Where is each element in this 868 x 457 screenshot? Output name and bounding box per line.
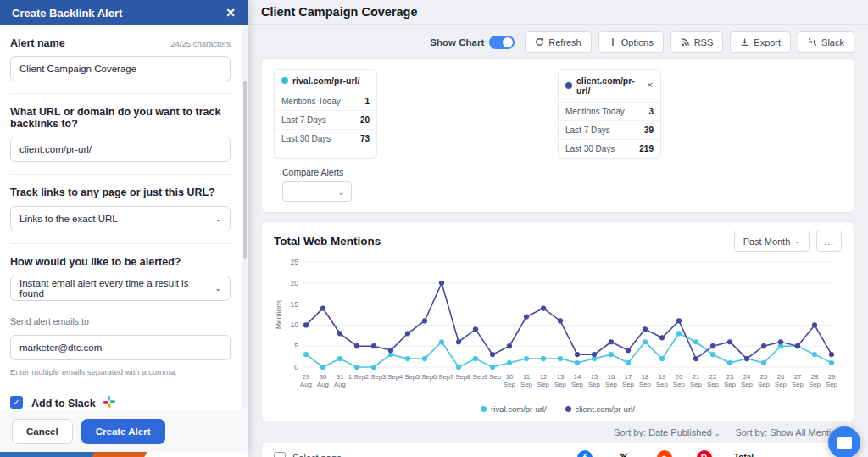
svg-text:7 Sep: 7 Sep [450,373,468,381]
options-button[interactable]: Options [598,31,664,53]
svg-text:11Sep: 11Sep [520,373,533,388]
svg-text:9 Sep: 9 Sep [484,373,502,381]
svg-text:25Sep: 25Sep [758,373,771,388]
cancel-button[interactable]: Cancel [12,419,73,444]
date-range-select[interactable]: Past Month ⌄ [734,231,810,252]
alert-name-input[interactable] [10,56,231,81]
list-header: Select page f 𝕏 ☻ P Total [262,443,854,457]
alert-email-input[interactable] [10,335,231,360]
svg-text:31Aug: 31Aug [334,373,346,388]
svg-text:13Sep: 13Sep [554,373,567,388]
svg-text:23Sep: 23Sep [724,373,737,388]
rival-dot-icon [281,77,288,84]
show-chart-label: Show Chart [430,37,484,47]
client-dot-icon [565,82,572,89]
facebook-icon: f [577,450,593,457]
svg-text:26Sep: 26Sep [775,373,787,388]
send-emails-label: Send alert emails to [10,316,89,326]
svg-text:Mentions: Mentions [275,300,283,330]
svg-text:20Sep: 20Sep [673,373,686,388]
svg-text:4 Sep: 4 Sep [399,373,417,381]
svg-text:15Sep: 15Sep [588,373,601,388]
alert-name-label: Alert name [10,37,65,49]
alert-card-client: client.com/pr-url/ ✕ Mentions Today3 Las… [558,69,661,159]
svg-text:8 Sep: 8 Sep [467,373,485,381]
svg-text:10: 10 [291,320,299,329]
mentions-line-chart: 0510152025Mentions29Aug30Aug31Aug1 Sep2 … [274,252,842,401]
svg-text:24Sep: 24Sep [741,373,754,388]
svg-text:10Sep: 10Sep [504,373,516,388]
select-page-checkbox[interactable] [274,452,286,457]
alerts-summary-panel: rival.com/pr-url/ Mentions Today1 Last 7… [261,58,854,213]
alert-frequency-select[interactable]: Instant email alert every time a result … [10,276,231,301]
add-to-slack-checkbox[interactable]: ✓ [10,396,23,409]
page-header: Client Campaign Coverage [248,0,868,25]
track-links-select[interactable]: Links to the exact URL ⌄ [10,206,231,231]
svg-text:17Sep: 17Sep [622,373,635,388]
sort-by-date-select[interactable]: Sort by: Date Published ⌄ [614,427,720,437]
svg-text:30Aug: 30Aug [317,373,329,388]
url-input[interactable] [10,137,231,162]
modal-header: Create Backlink Alert ✕ [0,0,248,25]
chevron-down-icon: ⌄ [214,284,221,293]
export-button[interactable]: Export [730,31,791,53]
chart-title: Total Web Mentions [274,235,734,248]
svg-text:16Sep: 16Sep [605,373,618,388]
legend-item: client.com/pr-url/ [565,404,635,414]
create-backlink-alert-modal: Create Backlink Alert ✕ Alert name 24/25… [0,0,248,457]
mentions-list-card: Select page f 𝕏 ☻ P Total 8 hour(s) ago … [261,443,854,457]
slack-button[interactable]: Slack [798,31,854,53]
compare-alerts-select[interactable]: ⌄ [282,181,352,202]
rss-icon [681,37,690,47]
page-title: Client Campaign Coverage [261,5,418,19]
chat-widget-button[interactable] [828,426,860,457]
compare-alerts-label: Compare Alerts [282,167,842,177]
url-question-label: What URL or domain do you want to track … [10,106,231,130]
pinterest-icon: P [697,450,712,457]
svg-text:5 Sep: 5 Sep [416,373,434,381]
refresh-button[interactable]: Refresh [525,31,592,53]
svg-text:18Sep: 18Sep [639,373,652,388]
remove-alert-card-icon[interactable]: ✕ [647,81,654,90]
rss-button[interactable]: RSS [670,31,724,53]
svg-text:12Sep: 12Sep [537,373,550,388]
svg-text:21Sep: 21Sep [690,373,703,388]
create-alert-button[interactable]: Create Alert [81,419,165,444]
svg-text:1 Sep: 1 Sep [348,373,366,381]
alert-frequency-label: How would you like to be alerted? [10,256,231,268]
svg-text:15: 15 [291,300,299,309]
svg-text:0: 0 [294,363,298,371]
mentions-chart-card: Total Web Mentions Past Month ⌄ ... 0510… [261,221,854,421]
alert-card-rival: rival.com/pr-url/ Mentions Today1 Last 7… [274,69,377,159]
modal-scrollbar-thumb[interactable] [243,81,247,259]
x-twitter-icon: 𝕏 [617,450,632,457]
chat-icon [837,437,852,449]
slack-icon [808,37,817,47]
select-page-label: Select page [292,453,342,457]
chevron-down-icon: ⌄ [338,187,345,197]
svg-text:27Sep: 27Sep [792,373,804,388]
svg-text:25: 25 [291,258,299,266]
close-icon[interactable]: ✕ [225,7,236,19]
refresh-icon [535,37,544,47]
show-chart-toggle[interactable] [489,36,515,49]
app-window: Client Campaign Coverage Show Chart Refr… [0,0,868,457]
toolbar: Show Chart Refresh Options RSS Export [248,25,868,58]
svg-text:2 Sep: 2 Sep [365,373,383,381]
svg-text:3 Sep: 3 Sep [382,373,400,381]
svg-text:29Sep: 29Sep [826,373,838,388]
options-icon [609,37,617,47]
chart-more-button[interactable]: ... [816,231,842,252]
svg-text:29Aug: 29Aug [300,373,312,388]
svg-text:22Sep: 22Sep [707,373,720,388]
modal-footer: Cancel Create Alert [0,410,248,452]
svg-text:6 Sep: 6 Sep [433,373,451,381]
legend-item: rival.com/pr-url/ [481,404,546,414]
svg-text:14Sep: 14Sep [571,373,584,388]
alert-card-name: client.com/pr-url/ [576,75,643,96]
character-counter: 24/25 characters [170,39,231,48]
main-content: Client Campaign Coverage Show Chart Refr… [248,0,868,457]
svg-text:5: 5 [294,342,298,350]
alert-card-name: rival.com/pr-url/ [292,75,370,86]
chevron-down-icon: ⌄ [715,430,721,437]
